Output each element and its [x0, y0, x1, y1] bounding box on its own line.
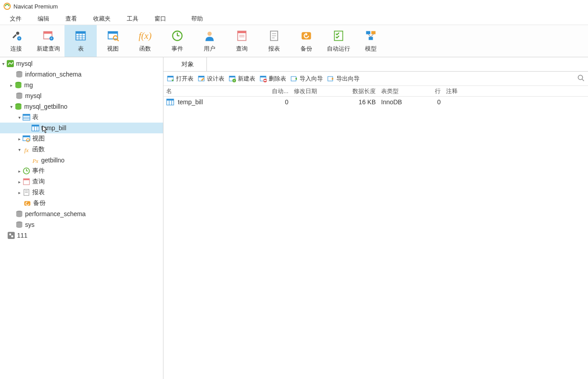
chevron-down-icon[interactable]: ▾: [16, 146, 22, 153]
btn-new-table[interactable]: +新建表: [229, 75, 255, 83]
svg-rect-60: [23, 179, 30, 180]
connection-tree[interactable]: ▾ mysql information_schema ▸ mg mysql ▾ …: [0, 57, 163, 379]
functions-folder-icon: fx: [22, 145, 30, 153]
tree-folder-views[interactable]: ▸ 视图: [0, 133, 163, 144]
table-row[interactable]: temp_bill 0 16 KB InnoDB 0: [163, 97, 588, 107]
tree-connection-111[interactable]: 111: [0, 230, 163, 241]
procedure-icon: Px: [31, 156, 39, 164]
tool-model[interactable]: 模型: [355, 25, 387, 57]
chevron-down-icon[interactable]: ▾: [8, 103, 14, 110]
view-icon: [107, 30, 119, 42]
col-header-auto[interactable]: 自动...: [266, 87, 291, 95]
user-icon: [203, 30, 216, 42]
col-header-size[interactable]: 数据长度: [349, 87, 378, 95]
tool-event[interactable]: 事件: [161, 25, 193, 57]
svg-text:+: +: [51, 37, 53, 41]
svg-rect-52: [23, 136, 30, 137]
menu-favorites[interactable]: 收藏夹: [85, 13, 119, 25]
svg-rect-35: [369, 37, 373, 40]
cell-type: InnoDB: [378, 98, 423, 106]
tables-folder-icon: [22, 113, 30, 121]
btn-import-wizard[interactable]: 导入向导: [291, 75, 323, 83]
mysql-conn-icon: [6, 60, 14, 68]
tree-db-mysql[interactable]: mysql: [0, 90, 163, 101]
tool-table[interactable]: 表: [64, 25, 97, 57]
svg-rect-5: [44, 31, 52, 34]
tool-connect[interactable]: + 连接: [0, 25, 32, 57]
events-folder-icon: [22, 167, 30, 175]
col-header-name[interactable]: 名: [163, 87, 266, 95]
tree-db-information-schema[interactable]: information_schema: [0, 69, 163, 80]
tree-db-mg[interactable]: ▸ mg: [0, 80, 163, 90]
chevron-down-icon[interactable]: ▾: [0, 60, 6, 67]
generic-conn-icon: [7, 231, 15, 239]
menu-help[interactable]: 帮助: [183, 13, 211, 25]
tree-table-temp-bill[interactable]: temp_bill: [0, 123, 163, 133]
tool-view[interactable]: 视图: [97, 25, 129, 57]
btn-open-table[interactable]: 打开表: [167, 75, 193, 83]
database-icon: [15, 221, 23, 229]
tree-folder-tables[interactable]: ▾ 表: [0, 112, 163, 123]
chevron-right-icon[interactable]: ▸: [16, 189, 22, 196]
tab-objects[interactable]: 对象: [169, 57, 207, 71]
table-item-icon: [31, 124, 39, 132]
btn-design-table[interactable]: 设计表: [198, 75, 224, 83]
svg-rect-73: [198, 76, 204, 77]
svg-line-85: [582, 79, 584, 81]
chevron-right-icon[interactable]: ▸: [16, 179, 22, 185]
chevron-right-icon[interactable]: ▸: [8, 82, 14, 88]
menu-file[interactable]: 文件: [2, 13, 30, 25]
tool-newquery[interactable]: + 新建查询: [32, 25, 64, 57]
svg-rect-33: [366, 31, 370, 34]
table-list-header: 名 自动... 修改日期 数据长度 表类型 行 注释: [163, 86, 588, 97]
cursor-icon: [42, 125, 48, 135]
tree-connection-mysql[interactable]: ▾ mysql: [0, 58, 163, 69]
tree-folder-reports[interactable]: ▸ 报表: [0, 187, 163, 198]
svg-rect-87: [167, 99, 174, 100]
col-header-modified[interactable]: 修改日期: [291, 87, 349, 95]
tool-autorun[interactable]: 自动运行: [322, 25, 355, 57]
svg-point-69: [11, 235, 13, 238]
tree-folder-queries[interactable]: ▸ 查询: [0, 176, 163, 187]
chevron-right-icon[interactable]: ▸: [16, 136, 22, 142]
svg-rect-24: [238, 31, 246, 33]
model-icon: [365, 30, 377, 42]
menu-edit[interactable]: 编辑: [30, 13, 57, 25]
chevron-right-icon[interactable]: ▸: [16, 168, 22, 174]
btn-delete-table[interactable]: 删除表: [260, 75, 286, 83]
svg-rect-81: [264, 80, 266, 81]
svg-line-36: [368, 34, 371, 37]
open-table-icon: [167, 75, 174, 82]
delete-table-icon: [260, 75, 267, 82]
col-header-comment[interactable]: 注释: [443, 87, 588, 95]
tree-folder-functions[interactable]: ▾ fx 函数: [0, 144, 163, 155]
tree-db-sys[interactable]: sys: [0, 219, 163, 230]
tree-function-getbillno[interactable]: Px getbillno: [0, 155, 163, 166]
tree-db-getbillno[interactable]: ▾ mysql_getbillno: [0, 101, 163, 112]
svg-rect-79: [260, 76, 266, 77]
tool-user[interactable]: 用户: [193, 25, 226, 57]
database-icon: [14, 81, 22, 89]
menu-view[interactable]: 查看: [57, 13, 85, 25]
menu-tools[interactable]: 工具: [119, 13, 146, 25]
tree-folder-backups[interactable]: 备份: [0, 198, 163, 209]
tool-function[interactable]: f(x) 函数: [129, 25, 161, 57]
menu-window[interactable]: 窗口: [146, 13, 174, 25]
col-header-type[interactable]: 表类型: [378, 87, 423, 95]
views-folder-icon: [22, 135, 30, 143]
svg-text:+: +: [233, 79, 235, 82]
tree-db-performance-schema[interactable]: performance_schema: [0, 209, 163, 219]
tree-folder-events[interactable]: ▸ 事件: [0, 166, 163, 176]
btn-export-wizard[interactable]: 导出向导: [327, 75, 360, 83]
tool-report[interactable]: 报表: [258, 25, 290, 57]
search-icon[interactable]: [577, 74, 584, 83]
svg-point-22: [207, 31, 211, 35]
chevron-down-icon[interactable]: ▾: [16, 114, 22, 120]
cell-rows: 0: [423, 98, 443, 106]
tool-backup[interactable]: 备份: [290, 25, 322, 57]
tool-query[interactable]: 查询: [226, 25, 258, 57]
svg-rect-38: [7, 60, 14, 67]
clock-icon: [171, 30, 184, 42]
col-header-rows[interactable]: 行: [423, 87, 443, 95]
plug-icon: +: [10, 30, 22, 42]
